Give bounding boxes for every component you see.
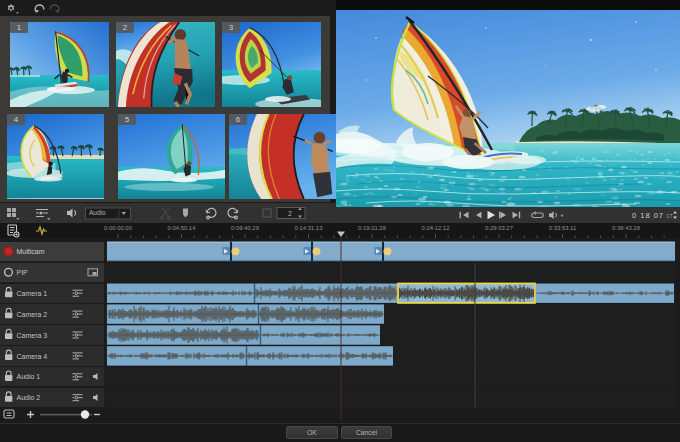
svg-text:Audio 1: Audio 1: [17, 373, 41, 380]
svg-text:Camera 3: Camera 3: [17, 332, 48, 339]
svg-text:Camera 2: Camera 2: [17, 311, 48, 318]
svg-text:Audio 2: Audio 2: [17, 394, 41, 401]
svg-text:Camera 1: Camera 1: [17, 290, 48, 297]
svg-text:Camera 4: Camera 4: [17, 353, 48, 360]
